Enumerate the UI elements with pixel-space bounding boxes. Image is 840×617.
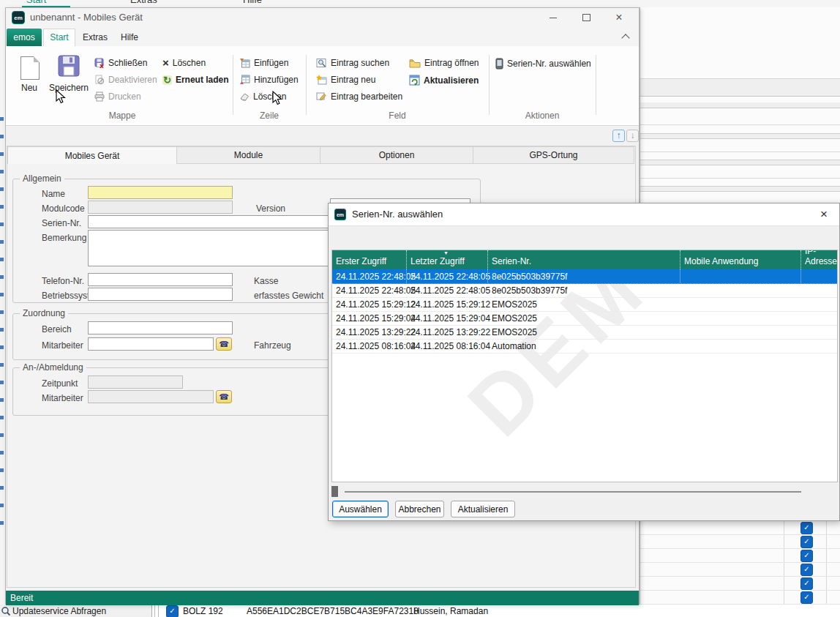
mouse-cursor (272, 91, 282, 105)
mitarbeiter-input[interactable] (88, 337, 214, 351)
column-header-erster-zugriff[interactable]: Erster Zugriff (332, 250, 407, 269)
ribbon-button-hinzufuegen[interactable]: Hinzufügen (239, 75, 299, 85)
zeitpunkt-input (88, 375, 183, 389)
tab-extras[interactable]: Extras (77, 29, 113, 46)
name-input[interactable] (88, 186, 233, 199)
ribbon-tab-bar: emos Start Extras Hilfe (6, 27, 639, 46)
edit-entry-icon (316, 91, 327, 102)
label-zeitpunkt: Zeitpunkt (42, 378, 78, 389)
ribbon-button-deaktivieren: Deaktivieren (94, 75, 157, 85)
form-tab-mobiles-geraet[interactable]: Mobiles Gerät (7, 146, 177, 164)
chevron-up-icon (621, 34, 629, 42)
status-bar: Bereit (6, 591, 639, 605)
group-label-zeile: Zeile (233, 111, 306, 121)
column-header-seriennr[interactable]: Serien-Nr. (488, 250, 680, 269)
close-button[interactable]: × (608, 9, 630, 26)
abbrechen-button[interactable]: Abbrechen (395, 501, 444, 517)
ribbon-button-speichern[interactable]: Speichern (48, 55, 90, 103)
form-tab-optionen[interactable]: Optionen (320, 146, 473, 164)
screen: Start Extras Hilfe ✓ ✓ ✓ ✓ ✓ ✓ ✓ (0, 0, 840, 617)
serial-table: DEMO Erster Zugriff Letzter Zugriff Seri… (331, 250, 838, 482)
refresh-icon (409, 75, 420, 86)
table-row[interactable]: 24.11.2025 08:16:04 24.11.2025 08:16:04 … (332, 339, 837, 354)
ribbon-button-loeschen-mappe[interactable]: × Löschen (162, 58, 206, 68)
ribbon-button-seriennr-auswaehlen[interactable]: Serien-Nr. auswählen (495, 58, 591, 70)
label-mitarbeiter-abmeldung: Mitarbeiter (42, 393, 83, 403)
save-floppy-icon (58, 55, 80, 77)
maximize-button[interactable] (575, 9, 597, 26)
ribbon-button-erneut-laden[interactable]: ↻ Erneut laden (162, 75, 229, 85)
table-row[interactable]: 24.11.2025 22:48:05 24.11.2025 22:48:05 … (332, 283, 837, 298)
bg-checkbox[interactable]: ✓ (800, 536, 813, 548)
table-row[interactable]: 24.11.2025 13:29:22 24.11.2025 13:29:22 … (332, 325, 837, 340)
bg-tab-extras[interactable]: Extras (126, 0, 177, 7)
reload-icon: ↻ (162, 75, 172, 85)
close-folder-icon: x (94, 58, 105, 68)
abmeldung-lookup-button[interactable]: ☎ (216, 390, 232, 403)
bg-tab-hilfe[interactable]: Hilfe (239, 0, 290, 7)
label-telefon: Telefon-Nr. (42, 276, 84, 286)
group-label-aktionen: Aktionen (489, 111, 596, 121)
move-up-button[interactable]: ↑ (612, 130, 625, 142)
ribbon-button-einfuegen[interactable]: Einfügen (239, 58, 288, 68)
tab-hilfe[interactable]: Hilfe (113, 29, 146, 46)
ribbon-button-eintrag-oeffnen[interactable]: Eintrag öffnen (409, 58, 479, 68)
ribbon-button-aktualisieren[interactable]: Aktualisieren (409, 75, 479, 86)
tab-emos[interactable]: emos (7, 29, 42, 46)
mitarbeiter-lookup-button[interactable]: ☎ (216, 337, 232, 351)
ribbon-button-neu[interactable]: Neu (13, 55, 45, 103)
bereich-input[interactable] (88, 321, 233, 334)
phone-icon: ☎ (219, 340, 229, 348)
column-header-mobile-anwendung[interactable]: Mobile Anwendung (680, 250, 801, 269)
label-bemerkung: Bemerkung (42, 233, 86, 243)
bg-checkbox[interactable]: ✓ (800, 591, 813, 604)
ribbon-button-eintrag-neu[interactable]: Eintrag neu (316, 75, 375, 85)
ribbon-button-schliessen[interactable]: x Schließen (94, 58, 147, 68)
deactivate-icon (94, 75, 105, 85)
bg-checkbox[interactable]: ✓ (800, 577, 813, 590)
collapse-ribbon-button[interactable] (623, 33, 634, 43)
dialog-title-bar: em Serien-Nr. auswählen × (329, 203, 839, 226)
form-tab-gps-ortung[interactable]: GPS-Ortung (473, 146, 634, 164)
group-label-feld: Feld (306, 111, 489, 121)
bg-checkbox[interactable]: ✓ (800, 550, 813, 562)
move-down-button[interactable]: ↓ (626, 130, 639, 142)
updateservice-panel[interactable]: Updateservice Abfragen (0, 605, 152, 617)
minimize-button[interactable] (542, 9, 564, 26)
device-hash: A556EA1DC2BCE7B715BC4A3E9FA72318 (247, 606, 419, 616)
table-row[interactable]: 24.11.2025 15:29:04 24.11.2025 15:29:04 … (332, 311, 837, 326)
row-checkbox[interactable]: ✓ (166, 605, 179, 617)
bg-checkbox[interactable]: ✓ (800, 564, 813, 576)
telefon-input[interactable] (88, 273, 233, 286)
ribbon-button-eintrag-bearbeiten[interactable]: Eintrag bearbeiten (316, 91, 402, 102)
label-mitarbeiter-zuordnung: Mitarbeiter (42, 340, 83, 351)
app-icon: em (12, 11, 25, 24)
auswaehlen-button[interactable]: Auswählen (332, 501, 389, 517)
bg-checkbox[interactable]: ✓ (800, 522, 813, 534)
h-scrollbar-thumb[interactable] (331, 486, 338, 497)
table-row[interactable]: 24.11.2025 15:29:12 24.11.2025 15:29:12 … (332, 297, 837, 312)
form-tab-module[interactable]: Module (177, 146, 320, 164)
label-bereich: Bereich (42, 324, 72, 334)
modulcode-input (88, 201, 233, 214)
bg-tab-start[interactable]: Start (22, 0, 73, 7)
status-text: Bereit (10, 593, 33, 603)
tab-start[interactable]: Start (43, 29, 75, 46)
betriebssystem-input[interactable] (88, 288, 233, 301)
label-modulcode: Modulcode (42, 203, 85, 214)
person-name: Hussein, Ramadan (413, 606, 488, 616)
ribbon-button-eintrag-suchen[interactable]: Eintrag suchen (316, 58, 389, 68)
table-row-selected[interactable]: 24.11.2025 22:48:05 24.11.2025 22:48:05 … (332, 269, 837, 284)
aktualisieren-button[interactable]: Aktualisieren (451, 501, 515, 517)
eraser-icon (239, 91, 250, 102)
dialog-close-button[interactable]: × (813, 205, 835, 224)
sort-indicator-icon: ▼ (443, 250, 449, 255)
h-scrollbar[interactable] (331, 485, 838, 497)
title-bar: em unbenannt - Mobiles Gerät × (6, 8, 639, 28)
dialog-title: Serien-Nr. auswählen (352, 209, 443, 220)
insert-row-icon (239, 58, 250, 68)
search-person-icon (1, 606, 10, 616)
abmeldung-mitarbeiter-input (88, 390, 214, 403)
column-header-ip-adresse[interactable]: IP-Adresse (801, 250, 838, 269)
label-version: Version (256, 203, 285, 214)
